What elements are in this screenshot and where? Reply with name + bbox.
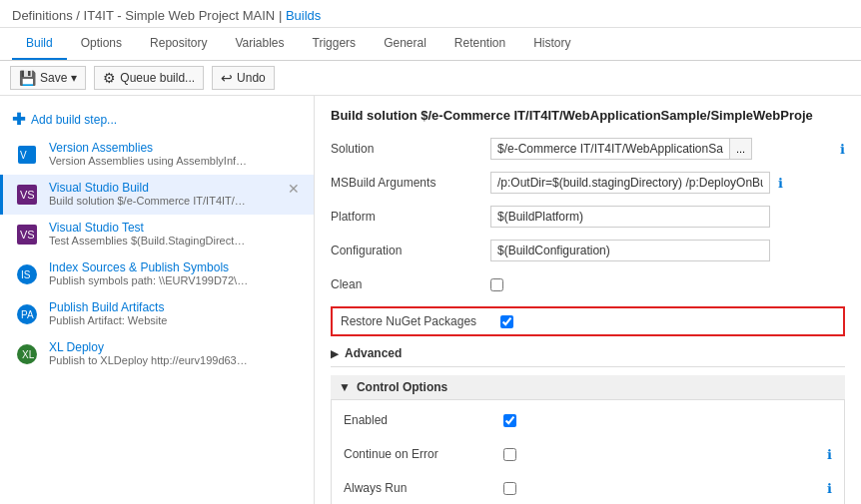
restore-nuget-value (500, 315, 835, 328)
index-sources-publish-icon: IS (13, 260, 41, 288)
breadcrumb-project: IT4IT - Simple Web Project MAIN (84, 8, 276, 23)
field-row-2: Platform (331, 205, 845, 229)
control-options-arrow-icon: ▼ (339, 380, 351, 394)
field-checkbox-4[interactable] (490, 278, 503, 291)
tab-history[interactable]: History (519, 28, 584, 60)
plus-icon: ✚ (12, 110, 25, 129)
field-input-2[interactable] (490, 206, 770, 228)
step-title-xl-deploy: XL Deploy (49, 340, 304, 354)
control-checkbox-0[interactable] (503, 414, 516, 427)
step-close-button[interactable]: ✕ (284, 181, 304, 197)
field-row-3: Configuration (331, 239, 845, 262)
control-options-body: Enabled Continue on Error ℹ Always Run ℹ (331, 400, 845, 504)
visual-studio-build-icon: VS (13, 181, 41, 209)
field-row-1: MSBuild Arguments ℹ (331, 171, 845, 195)
queue-label: Queue build... (120, 71, 195, 85)
step-title-index-sources-publish: Index Sources & Publish Symbols (49, 260, 304, 274)
field-input-3[interactable] (490, 240, 770, 261)
sidebar-step-xl-deploy[interactable]: XL XL Deploy Publish to XLDeploy http://… (0, 334, 314, 374)
detail-title: Build solution $/e-Commerce IT/IT4IT/Web… (331, 108, 845, 123)
restore-nuget-row: Restore NuGet Packages (331, 306, 845, 336)
undo-icon: ↩ (221, 70, 233, 86)
control-label-0: Enabled (344, 413, 503, 427)
svg-text:IS: IS (21, 269, 31, 280)
control-checkbox-1[interactable] (503, 448, 516, 461)
control-checkbox-2[interactable] (503, 482, 516, 495)
control-label-2: Always Run (344, 481, 503, 495)
field-label-0: Solution (331, 142, 490, 156)
advanced-arrow-icon: ▶ (331, 348, 339, 359)
publish-build-artifacts-icon: PA (13, 300, 41, 328)
field-label-2: Platform (331, 210, 490, 224)
svg-text:XL: XL (22, 349, 35, 360)
step-subtitle-index-sources-publish: Publish symbols path: \\EURV199D72\TfsSy… (49, 274, 249, 286)
field-input-0[interactable] (490, 138, 730, 160)
control-field-row-1: Continue on Error ℹ (344, 442, 832, 466)
control-label-1: Continue on Error (344, 447, 503, 461)
main-content: ✚ Add build step... V Version Assemblies… (0, 96, 861, 504)
step-title-publish-build-artifacts: Publish Build Artifacts (49, 300, 304, 314)
restore-nuget-checkbox[interactable] (500, 315, 513, 328)
tab-options[interactable]: Options (67, 28, 136, 60)
field-input-1[interactable] (490, 172, 770, 194)
tab-general[interactable]: General (370, 28, 440, 60)
add-step-button[interactable]: ✚ Add build step... (0, 104, 314, 135)
xl-deploy-icon: XL (13, 340, 41, 368)
breadcrumb-definitions: Definitions (12, 8, 73, 23)
control-options-header[interactable]: ▼ Control Options (331, 375, 845, 400)
step-subtitle-publish-build-artifacts: Publish Artifact: Website (49, 314, 249, 326)
sidebar-step-version-assemblies[interactable]: V Version Assemblies Version Assemblies … (0, 135, 314, 175)
breadcrumb: Definitions / IT4IT - Simple Web Project… (12, 8, 849, 23)
field-label-1: MSBuild Arguments (331, 176, 490, 190)
step-title-version-assemblies: Version Assemblies (49, 141, 304, 155)
field-label-4: Clean (331, 277, 490, 291)
visual-studio-test-icon: VS (13, 221, 41, 249)
field-row-4: Clean (331, 272, 845, 296)
step-title-visual-studio-test: Visual Studio Test (49, 221, 304, 235)
save-dropdown-icon: ▾ (71, 71, 77, 85)
restore-nuget-label: Restore NuGet Packages (341, 314, 500, 328)
control-options-section: ▼ Control Options Enabled Continue on Er… (331, 375, 845, 504)
save-icon: 💾 (19, 70, 36, 86)
tab-retention[interactable]: Retention (440, 28, 519, 60)
top-bar: Definitions / IT4IT - Simple Web Project… (0, 0, 861, 28)
undo-button[interactable]: ↩ Undo (212, 66, 275, 90)
sidebar-step-index-sources-publish[interactable]: IS Index Sources & Publish Symbols Publi… (0, 254, 314, 294)
sidebar-step-publish-build-artifacts[interactable]: PA Publish Build Artifacts Publish Artif… (0, 294, 314, 334)
sidebar-step-visual-studio-test[interactable]: VS Visual Studio Test Test Assemblies $(… (0, 215, 314, 254)
advanced-label: Advanced (345, 346, 402, 360)
info-icon-0[interactable]: ℹ (840, 142, 845, 157)
svg-text:PA: PA (21, 309, 34, 320)
step-subtitle-xl-deploy: Publish to XLDeploy http://eurv199d63.eu… (49, 354, 249, 366)
step-title-visual-studio-build: Visual Studio Build (49, 181, 276, 195)
browse-button-0[interactable]: ... (730, 138, 752, 160)
control-field-row-0: Enabled (344, 408, 832, 432)
svg-text:VS: VS (20, 229, 35, 241)
detail-panel: Build solution $/e-Commerce IT/IT4IT/Web… (315, 96, 861, 504)
queue-build-button[interactable]: ⚙ Queue build... (94, 66, 204, 90)
undo-label: Undo (237, 71, 266, 85)
toolbar: 💾 Save ▾ ⚙ Queue build... ↩ Undo (0, 61, 861, 96)
version-assemblies-icon: V (13, 141, 41, 169)
svg-text:V: V (20, 150, 27, 161)
sidebar: ✚ Add build step... V Version Assemblies… (0, 96, 315, 504)
step-subtitle-visual-studio-build: Build solution $/e-Commerce IT/IT4IT/Web… (49, 195, 249, 207)
step-subtitle-visual-studio-test: Test Assemblies $(Build.StagingDirectory… (49, 235, 249, 247)
queue-icon: ⚙ (103, 70, 116, 86)
advanced-section-header[interactable]: ▶ Advanced (331, 346, 845, 360)
field-label-3: Configuration (331, 244, 490, 257)
control-info-icon-1[interactable]: ℹ (827, 447, 832, 462)
tab-variables[interactable]: Variables (221, 28, 298, 60)
control-options-label: Control Options (357, 380, 447, 394)
save-label: Save (40, 71, 67, 85)
tab-triggers[interactable]: Triggers (299, 28, 371, 60)
step-subtitle-version-assemblies: Version Assemblies using AssemblyInfo.* (49, 155, 249, 167)
info-icon-1[interactable]: ℹ (778, 176, 783, 191)
add-step-label: Add build step... (31, 113, 117, 127)
tab-build[interactable]: Build (12, 28, 67, 60)
breadcrumb-builds[interactable]: Builds (286, 8, 321, 23)
control-info-icon-2[interactable]: ℹ (827, 481, 832, 496)
tab-repository[interactable]: Repository (136, 28, 221, 60)
sidebar-step-visual-studio-build[interactable]: VS Visual Studio Build Build solution $/… (0, 175, 314, 215)
save-button[interactable]: 💾 Save ▾ (10, 66, 86, 90)
